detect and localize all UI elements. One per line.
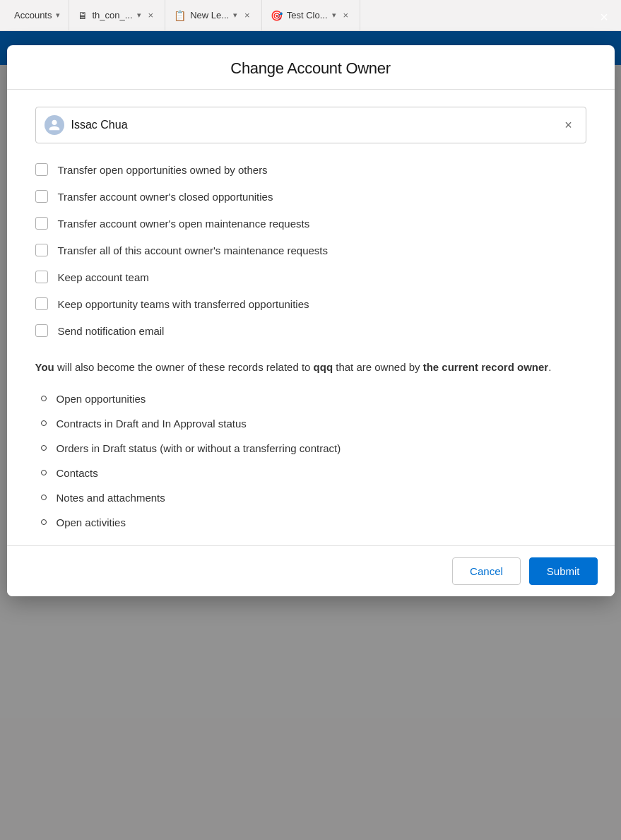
checkbox-label-1: Transfer open opportunities owned by oth…: [58, 164, 268, 176]
owner-search-field[interactable]: ×: [35, 107, 586, 143]
submit-button[interactable]: Submit: [529, 557, 598, 585]
list-item-label: Orders in Draft status (with or without …: [57, 442, 341, 454]
list-item: Open opportunities: [41, 393, 586, 405]
clear-owner-button[interactable]: ×: [560, 117, 577, 134]
list-item: Open activities: [41, 516, 586, 528]
checkbox-transfer-open-opps[interactable]: Transfer open opportunities owned by oth…: [35, 163, 586, 176]
checkbox-keep-opportunity-teams[interactable]: Keep opportunity teams with transferred …: [35, 297, 586, 310]
tab-th-con-close[interactable]: ×: [146, 8, 157, 22]
modal-overlay: Change Account Owner × Transfer open opp…: [0, 31, 621, 840]
tab-new-le-close[interactable]: ×: [242, 8, 253, 22]
modal-title: Change Account Owner: [24, 59, 598, 78]
checkbox-send-notification[interactable]: Send notification email: [35, 324, 586, 337]
modal-header: Change Account Owner: [7, 45, 615, 90]
list-item: Contracts in Draft and In Approval statu…: [41, 418, 586, 430]
list-item: Orders in Draft status (with or without …: [41, 442, 586, 454]
info-end: .: [548, 361, 551, 373]
checkbox-box-4[interactable]: [35, 244, 48, 256]
tab-th-con-chevron[interactable]: ▾: [137, 11, 141, 20]
modal-body: × Transfer open opportunities owned by o…: [7, 90, 615, 545]
owner-input[interactable]: [71, 119, 553, 131]
tab-th-con[interactable]: 🖥 th_con_... ▾ ×: [69, 0, 165, 31]
tab-new-le-icon: 📋: [174, 10, 186, 21]
checkbox-transfer-all-maintenance[interactable]: Transfer all of this account owner's mai…: [35, 244, 586, 256]
list-item-label: Contacts: [57, 467, 98, 479]
tab-test-clo-close[interactable]: ×: [341, 8, 352, 22]
person-icon: [45, 115, 64, 135]
bullet-icon: [41, 420, 47, 426]
bullet-icon: [41, 470, 47, 475]
checkbox-box-3[interactable]: [35, 217, 48, 230]
tab-new-le[interactable]: 📋 New Le... ▾ ×: [165, 0, 262, 31]
tab-test-clo-chevron[interactable]: ▾: [332, 11, 336, 20]
list-item: Notes and attachments: [41, 492, 586, 504]
list-item-label: Notes and attachments: [57, 492, 165, 504]
cancel-button[interactable]: Cancel: [452, 557, 521, 585]
checkbox-box-5[interactable]: [35, 271, 48, 283]
modal-x-close[interactable]: ×: [593, 6, 615, 28]
list-item-label: Contracts in Draft and In Approval statu…: [57, 418, 247, 430]
tab-new-le-chevron[interactable]: ▾: [233, 11, 237, 20]
user-avatar-icon: [48, 119, 61, 131]
tab-test-clo-label: Test Clo...: [287, 10, 328, 20]
checkbox-box-6[interactable]: [35, 297, 48, 310]
bullet-icon: [41, 519, 47, 525]
checkbox-label-2: Transfer account owner's closed opportun…: [58, 191, 273, 203]
checkbox-box-2[interactable]: [35, 190, 48, 203]
record-list: Open opportunities Contracts in Draft an…: [35, 393, 586, 528]
bullet-icon: [41, 445, 47, 451]
info-you: You: [35, 361, 54, 373]
checkbox-transfer-open-maintenance[interactable]: Transfer account owner's open maintenanc…: [35, 217, 586, 230]
tab-new-le-label: New Le...: [190, 10, 229, 20]
checkbox-keep-account-team[interactable]: Keep account team: [35, 271, 586, 283]
info-emphasis: the current record owner: [423, 361, 549, 373]
tab-test-clo[interactable]: 🎯 Test Clo... ▾ ×: [262, 0, 360, 31]
checkbox-label-7: Send notification email: [58, 325, 165, 337]
tab-accounts[interactable]: Accounts ▾: [6, 0, 69, 31]
modal-footer: Cancel Submit: [7, 545, 615, 596]
tab-accounts-label: Accounts: [14, 10, 52, 20]
info-text: You will also become the owner of these …: [35, 360, 586, 376]
checkbox-transfer-closed-opps[interactable]: Transfer account owner's closed opportun…: [35, 190, 586, 203]
checkbox-label-4: Transfer all of this account owner's mai…: [58, 244, 329, 256]
info-highlight: qqq: [314, 361, 333, 373]
bullet-icon: [41, 495, 47, 500]
list-item-label: Open activities: [57, 516, 126, 528]
tab-bar: Accounts ▾ 🖥 th_con_... ▾ × 📋 New Le... …: [0, 0, 621, 31]
info-middle: will also become the owner of these reco…: [54, 361, 314, 373]
change-account-owner-modal: Change Account Owner × Transfer open opp…: [7, 45, 615, 596]
tab-th-con-icon: 🖥: [78, 10, 88, 21]
checkbox-box-7[interactable]: [35, 324, 48, 337]
list-item: Contacts: [41, 467, 586, 479]
tab-th-con-label: th_con_...: [92, 10, 132, 20]
checkbox-label-5: Keep account team: [58, 271, 149, 283]
checkbox-label-3: Transfer account owner's open maintenanc…: [58, 218, 310, 230]
checkbox-label-6: Keep opportunity teams with transferred …: [58, 298, 309, 310]
checkbox-box-1[interactable]: [35, 163, 48, 176]
bullet-icon: [41, 396, 47, 401]
list-item-label: Open opportunities: [57, 393, 146, 405]
tab-test-clo-icon: 🎯: [271, 10, 283, 21]
info-suffix: that are owned by: [333, 361, 423, 373]
tab-accounts-chevron[interactable]: ▾: [56, 11, 60, 20]
checkbox-list: Transfer open opportunities owned by oth…: [35, 163, 586, 337]
